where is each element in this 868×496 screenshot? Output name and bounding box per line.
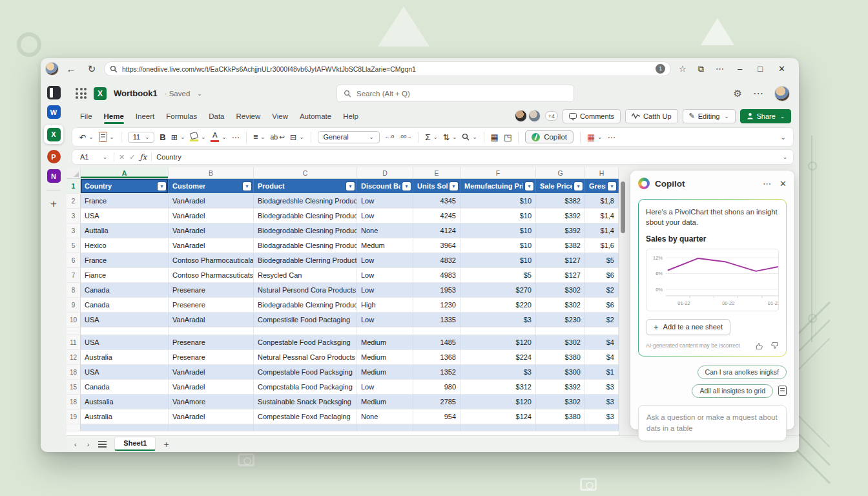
cell[interactable] [254, 327, 357, 335]
header-cell-b[interactable]: Customer▾ [169, 179, 254, 193]
cell[interactable]: $302 [536, 298, 585, 312]
increase-decimal-icon[interactable]: ←.0 [385, 134, 395, 140]
tab-help[interactable]: Help [337, 110, 364, 122]
cell[interactable]: $302 [536, 335, 585, 349]
cell[interactable]: Compestable Food Packsging [254, 365, 357, 379]
cell[interactable]: Low [357, 253, 413, 267]
cell[interactable]: VanAradal [169, 313, 254, 327]
column-header-e[interactable]: E [413, 167, 460, 178]
cell[interactable]: 4345 [413, 194, 460, 208]
cell[interactable]: $1 [585, 365, 619, 379]
catch-up-button[interactable]: Catth Up [625, 109, 677, 123]
cell[interactable]: Low [357, 268, 413, 282]
sheet-list-icon[interactable] [98, 441, 107, 452]
cell[interactable] [169, 424, 254, 431]
cell[interactable]: 2785 [413, 395, 460, 409]
cell[interactable]: Canada [81, 283, 169, 297]
header-cell-h[interactable]: Gress Sales▾ [585, 179, 619, 193]
cell[interactable]: Biodagredshle Clesning Products [254, 194, 357, 208]
column-header-f[interactable]: F [460, 167, 536, 178]
cell[interactable] [460, 424, 536, 431]
thumbs-down-icon[interactable] [770, 342, 779, 350]
cell[interactable]: $6 [585, 268, 619, 282]
cell[interactable]: $127 [536, 253, 585, 267]
share-button[interactable]: Share⌄ [740, 109, 791, 123]
borders-button[interactable]: ⊞⌄ [171, 132, 185, 142]
cell[interactable] [357, 327, 413, 335]
cell[interactable]: Medium [357, 365, 413, 379]
cell[interactable]: 4832 [413, 253, 460, 267]
cell[interactable]: VanAradel [169, 380, 254, 394]
cell[interactable] [81, 327, 169, 335]
row-number[interactable]: 6 [67, 253, 81, 267]
cell[interactable]: $2 [585, 283, 619, 297]
cell[interactable]: Compestislle Food Pactaging [254, 313, 357, 327]
tab-formulas[interactable]: Formulas [160, 110, 203, 122]
cell[interactable]: $312 [460, 380, 536, 394]
cell[interactable]: 980 [413, 380, 460, 394]
autosum-button[interactable]: Σ⌄ [425, 132, 437, 142]
alignment-button[interactable]: ≡⌄ [253, 132, 265, 141]
cell[interactable]: Low [357, 380, 413, 394]
cell[interactable]: Presenare [169, 335, 254, 349]
row-number[interactable]: 8 [67, 283, 81, 297]
analyze-data-icon[interactable]: ◳ [504, 132, 512, 142]
cell[interactable]: Austsalia [81, 395, 169, 409]
cell[interactable]: $302 [536, 283, 585, 297]
cell[interactable]: $5 [585, 253, 619, 267]
column-header-b[interactable]: B [169, 167, 254, 178]
settings-gear-icon[interactable]: ⚙ [734, 88, 742, 99]
cell[interactable]: $392 [536, 223, 585, 238]
panel-close-icon[interactable]: ✕ [780, 179, 787, 189]
column-header-a[interactable]: A [81, 167, 169, 178]
cell[interactable]: $1,4 [585, 223, 619, 238]
cell[interactable]: $382 [536, 194, 585, 208]
name-box[interactable]: A1⌄ [78, 153, 109, 161]
tab-review[interactable]: Review [231, 110, 267, 122]
row-number[interactable]: 2 [67, 194, 81, 208]
header-cell-e[interactable]: Units Sold▾ [413, 179, 460, 193]
cell[interactable] [413, 327, 460, 335]
maximize-icon[interactable]: □ [752, 64, 769, 74]
title-chevron-down-icon[interactable]: ⌄ [197, 90, 202, 97]
insert-function-icon[interactable]: ƒx [140, 152, 147, 161]
prev-sheet-icon[interactable]: ‹ [73, 440, 78, 452]
cell[interactable]: Fiance [81, 268, 169, 282]
cell[interactable]: Canada [81, 298, 169, 312]
row-number[interactable]: 19 [67, 409, 81, 424]
cell[interactable]: $5 [460, 268, 536, 282]
cell[interactable]: Medum [357, 238, 413, 253]
ribbon-collapse-icon[interactable]: ⌄ [781, 134, 786, 141]
cell[interactable]: Medium [357, 395, 413, 409]
cell[interactable]: $302 [536, 395, 585, 409]
bold-button[interactable]: B [160, 132, 165, 142]
cell[interactable]: Hexico [81, 238, 169, 253]
collaborator-avatar[interactable] [528, 110, 541, 122]
cell[interactable]: Contoso Pharmacsuticats [169, 268, 254, 282]
cell[interactable]: 4983 [413, 268, 460, 282]
browser-more-icon[interactable]: ⋯ [712, 64, 728, 74]
cell[interactable]: Netural Pessnal Caro Products [254, 350, 357, 364]
scrollbar-thumb[interactable] [621, 181, 625, 233]
cell[interactable]: $3 [460, 313, 536, 327]
formula-bar-expand-icon[interactable]: ⌄ [783, 154, 787, 160]
filter-icon[interactable]: ▾ [158, 182, 166, 191]
suggestion-chip[interactable]: Can I sra anolkes inigksf [698, 366, 787, 379]
cell[interactable]: Low [357, 209, 413, 223]
cell[interactable]: $10 [460, 238, 536, 253]
header-cell-a[interactable]: Country▾ [81, 179, 169, 193]
sort-filter-button[interactable]: ⇅⌄ [443, 132, 457, 142]
font-color-button[interactable]: A⌄ [211, 132, 226, 142]
cell[interactable]: 1335 [413, 313, 460, 327]
forms-icon[interactable]: ▦ [491, 132, 499, 142]
cell[interactable]: Biodegradable Clerring Products [254, 253, 357, 267]
cell[interactable]: None [357, 223, 413, 238]
header-cell-f[interactable]: Memufactuing Price▾ [460, 179, 536, 193]
onenote-app-icon[interactable]: N [47, 169, 61, 183]
cell[interactable]: Auttalia [81, 223, 169, 238]
cell[interactable]: 1368 [413, 350, 460, 364]
row-number[interactable] [67, 424, 81, 431]
cell[interactable]: $4 [585, 350, 619, 364]
powerpoint-app-icon[interactable]: P [47, 150, 61, 163]
fill-color-button[interactable]: ⌄ [190, 132, 205, 141]
